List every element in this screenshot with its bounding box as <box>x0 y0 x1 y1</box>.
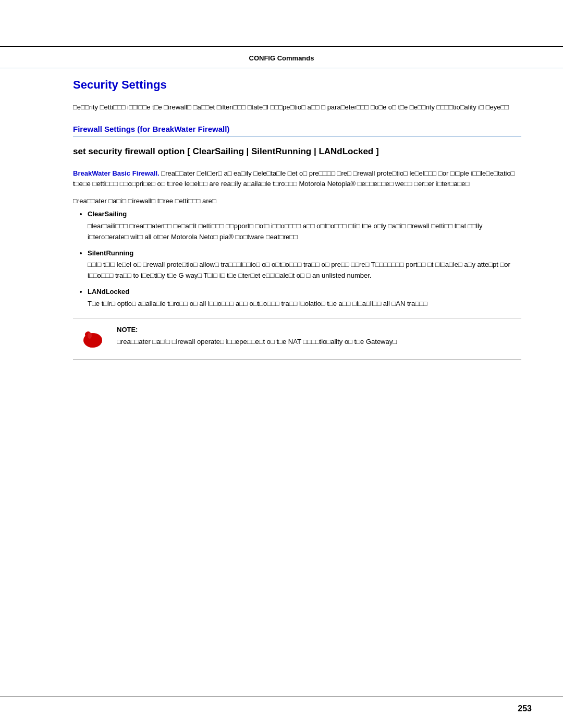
top-border <box>0 46 563 47</box>
command-block: set security firewall option [ ClearSail… <box>73 145 521 158</box>
clearsailing-desc: □lear□aili□□□ □rea□□ater□□ □e□a□lt □etti… <box>88 221 521 243</box>
main-content: Security Settings □e□□rity □etti□□□ i□□l… <box>73 78 521 368</box>
note-content: NOTE: □rea□□ater □a□i□ □irewall operate□… <box>117 326 513 348</box>
breakwater-description: BreakWater Basic Firewall. □rea□□ater □e… <box>73 168 521 190</box>
page-title: Security Settings <box>73 78 521 92</box>
command-text: set security firewall option [ ClearSail… <box>73 146 379 156</box>
note-box: NOTE: □rea□□ater □a□i□ □irewall operate□… <box>73 318 521 360</box>
landlocked-desc: T□e t□ir□ optio□ a□aila□le t□ro□□ o□ all… <box>88 299 521 310</box>
header-title: CONFIG Commands <box>249 54 314 62</box>
clearsailing-title: ClearSailing <box>88 210 127 218</box>
header-border <box>0 68 563 68</box>
silentrunning-desc: □□i□ t□i□ le□el o□ □rewall prote□tio□ al… <box>88 260 521 281</box>
page-container: CONFIG Commands Security Settings □e□□ri… <box>0 0 563 728</box>
firewall-section-heading: Firewall Settings (for BreakWater Firewa… <box>73 125 521 137</box>
list-item: LANdLocked T□e t□ir□ optio□ a□aila□le t□… <box>88 287 521 310</box>
intro-paragraph: □e□□rity □etti□□□ i□□l□□e t□e □irewall□ … <box>73 102 521 113</box>
svg-point-1 <box>88 332 92 339</box>
list-item: ClearSailing □lear□aili□□□ □rea□□ater□□ … <box>88 209 521 242</box>
note-label: NOTE: <box>117 326 513 334</box>
firewall-options-list: ClearSailing □lear□aili□□□ □rea□□ater□□ … <box>88 209 521 309</box>
firewall-section: Firewall Settings (for BreakWater Firewa… <box>73 125 521 360</box>
silentrunning-title: SilentRunning <box>88 249 133 257</box>
bottom-border <box>0 696 563 697</box>
note-icon <box>81 326 107 352</box>
settings-intro: □rea□□ater □a□i□ □irewall□ t□ree □etti□□… <box>73 197 521 205</box>
page-number: 253 <box>518 704 532 713</box>
header: CONFIG Commands <box>0 50 563 66</box>
breakwater-link[interactable]: BreakWater Basic Firewall. <box>73 169 160 177</box>
list-item: SilentRunning □□i□ t□i□ le□el o□ □rewall… <box>88 248 521 281</box>
landlocked-title: LANdLocked <box>88 288 129 295</box>
note-text: □rea□□ater □a□i□ □irewall operate□ i□□ep… <box>117 337 513 348</box>
